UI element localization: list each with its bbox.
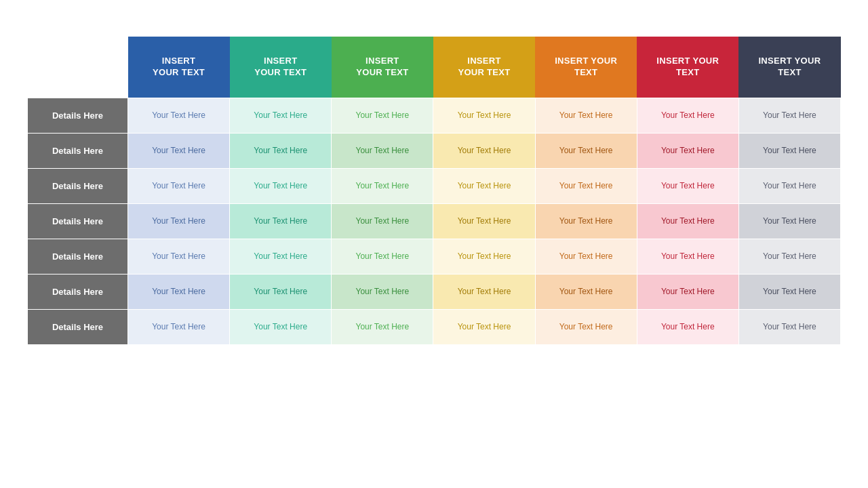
table-cell: Your Text Here	[332, 168, 433, 203]
table-cell: Your Text Here	[738, 203, 840, 239]
table-cell: Your Text Here	[332, 98, 433, 133]
row-label: Details Here	[28, 274, 128, 309]
table-cell: Your Text Here	[128, 168, 230, 203]
header-cell-3: INSERTYOUR TEXT	[332, 37, 433, 98]
table-cell: Your Text Here	[230, 274, 332, 309]
table-cell: Your Text Here	[332, 133, 433, 168]
table-cell: Your Text Here	[535, 98, 637, 133]
table-cell: Your Text Here	[128, 98, 230, 133]
table-cell: Your Text Here	[332, 239, 433, 274]
table-cell: Your Text Here	[738, 274, 840, 309]
table-cell: Your Text Here	[433, 239, 535, 274]
header-empty-cell	[28, 37, 128, 98]
table-wrapper: INSERTYOUR TEXTINSERTYOUR TEXTINSERTYOUR…	[27, 37, 841, 474]
header-cell-5: INSERT YOURTEXT	[535, 37, 637, 98]
table-cell: Your Text Here	[128, 203, 230, 239]
table-cell: Your Text Here	[230, 239, 332, 274]
row-label: Details Here	[28, 203, 128, 239]
table-cell: Your Text Here	[535, 309, 637, 344]
table-cell: Your Text Here	[535, 274, 637, 309]
table-cell: Your Text Here	[535, 168, 637, 203]
row-label: Details Here	[28, 239, 128, 274]
table-cell: Your Text Here	[637, 133, 738, 168]
table-cell: Your Text Here	[128, 309, 230, 344]
table-row: Details HereYour Text HereYour Text Here…	[28, 203, 841, 239]
table-cell: Your Text Here	[738, 168, 840, 203]
table-header: INSERTYOUR TEXTINSERTYOUR TEXTINSERTYOUR…	[28, 37, 841, 98]
table-cell: Your Text Here	[738, 98, 840, 133]
table-cell: Your Text Here	[738, 239, 840, 274]
header-cell-4: INSERTYOUR TEXT	[433, 37, 535, 98]
header-cell-1: INSERTYOUR TEXT	[128, 37, 230, 98]
table-cell: Your Text Here	[332, 309, 433, 344]
table-cell: Your Text Here	[332, 203, 433, 239]
header-cell-6: INSERT YOURTEXT	[637, 37, 738, 98]
table-cell: Your Text Here	[535, 203, 637, 239]
table-cell: Your Text Here	[637, 168, 738, 203]
header-cell-7: INSERT YOURTEXT	[738, 37, 840, 98]
table-cell: Your Text Here	[433, 203, 535, 239]
row-label: Details Here	[28, 133, 128, 168]
table-row: Details HereYour Text HereYour Text Here…	[28, 168, 841, 203]
row-label: Details Here	[28, 309, 128, 344]
table-cell: Your Text Here	[433, 168, 535, 203]
table-row: Details HereYour Text HereYour Text Here…	[28, 133, 841, 168]
table-cell: Your Text Here	[433, 274, 535, 309]
table-row: Details HereYour Text HereYour Text Here…	[28, 309, 841, 344]
table-body: Details HereYour Text HereYour Text Here…	[28, 98, 841, 344]
table-cell: Your Text Here	[433, 98, 535, 133]
table-cell: Your Text Here	[230, 98, 332, 133]
table-cell: Your Text Here	[230, 203, 332, 239]
page: INSERTYOUR TEXTINSERTYOUR TEXTINSERTYOUR…	[0, 0, 868, 488]
table-row: Details HereYour Text HereYour Text Here…	[28, 274, 841, 309]
header-cell-2: INSERTYOUR TEXT	[230, 37, 332, 98]
row-label: Details Here	[28, 98, 128, 133]
row-label: Details Here	[28, 168, 128, 203]
table-cell: Your Text Here	[230, 168, 332, 203]
table-row: Details HereYour Text HereYour Text Here…	[28, 239, 841, 274]
table-cell: Your Text Here	[637, 274, 738, 309]
table-row: Details HereYour Text HereYour Text Here…	[28, 98, 841, 133]
table-cell: Your Text Here	[637, 239, 738, 274]
table-cell: Your Text Here	[637, 98, 738, 133]
table-cell: Your Text Here	[433, 133, 535, 168]
table-cell: Your Text Here	[535, 133, 637, 168]
table-cell: Your Text Here	[433, 309, 535, 344]
table-cell: Your Text Here	[128, 239, 230, 274]
table-cell: Your Text Here	[230, 133, 332, 168]
table-cell: Your Text Here	[230, 309, 332, 344]
table-cell: Your Text Here	[128, 274, 230, 309]
table-cell: Your Text Here	[128, 133, 230, 168]
table-cell: Your Text Here	[535, 239, 637, 274]
table-cell: Your Text Here	[637, 309, 738, 344]
table-cell: Your Text Here	[332, 274, 433, 309]
table-cell: Your Text Here	[738, 309, 840, 344]
table-cell: Your Text Here	[738, 133, 840, 168]
page-header	[27, 20, 841, 23]
table-cell: Your Text Here	[637, 203, 738, 239]
comparison-table: INSERTYOUR TEXTINSERTYOUR TEXTINSERTYOUR…	[27, 37, 841, 345]
